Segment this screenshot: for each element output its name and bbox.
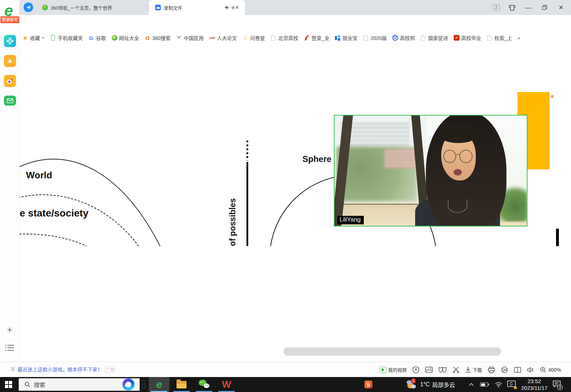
start-button[interactable] <box>0 377 17 392</box>
tab-divider <box>148 4 148 11</box>
bookmark-gaoxiaobang[interactable]: U 高校邦 <box>392 34 415 41</box>
bookmark-jiansuo[interactable]: 检索_上 <box>486 34 512 41</box>
tray-notifications[interactable]: 3 <box>553 377 561 392</box>
tiles-icon <box>335 35 341 41</box>
webcam-video-tile: LiliYang <box>334 115 527 226</box>
bookmark-jiuyebao[interactable]: 就业宝 <box>335 34 357 41</box>
tab-close-icon[interactable]: ✕ <box>235 4 239 11</box>
bookmark-wangzhi[interactable]: + 网址大全 <box>111 34 139 41</box>
phone-icon <box>50 35 56 41</box>
bookmark-2020jie[interactable]: 2020届 <box>363 34 387 41</box>
printer-icon[interactable] <box>488 367 495 373</box>
page-icon <box>420 35 426 41</box>
taskbar-app-explorer[interactable] <box>171 377 192 392</box>
theme-skin-button[interactable] <box>507 0 518 15</box>
bookmarks-bar: ★ 收藏 手机收藏夹 G 谷歌 + 网址大全 O 360搜索 中国民用 CMF … <box>22 31 568 44</box>
restore-icon <box>542 5 547 10</box>
bookmark-phone-favorites[interactable]: 手机收藏夹 <box>50 34 83 41</box>
tshirt-icon <box>509 5 516 11</box>
my-video-button[interactable]: 我的视频 <box>380 366 407 373</box>
taskbar-app-wechat[interactable] <box>194 377 214 392</box>
close-window-button[interactable]: ✕ <box>555 0 567 15</box>
mail-icon[interactable] <box>4 96 16 106</box>
speaker-icon[interactable] <box>527 367 534 373</box>
taskbar-app-wps[interactable]: W <box>216 377 237 392</box>
sidebar-app-icon[interactable] <box>4 35 16 47</box>
bookmark-beijing-gaoxiao[interactable]: 北京高校 <box>270 34 298 41</box>
sidebar-list-button[interactable] <box>5 345 14 352</box>
assistant-swirl-icon <box>122 378 134 391</box>
tray-show-hidden-icons[interactable] <box>469 377 474 392</box>
incognito-globe-icon[interactable] <box>501 366 508 373</box>
red-bird-icon <box>304 35 310 41</box>
restore-button[interactable] <box>539 0 550 15</box>
bookmark-wenjuanxing[interactable]: ☆ 问卷星 <box>242 34 265 41</box>
wings-icon <box>176 35 182 41</box>
bookmark-360-search[interactable]: O 360搜索 <box>144 34 170 41</box>
quick-nav-icon[interactable] <box>24 2 33 12</box>
bookmark-guojia-cujin[interactable]: 国家促进 <box>420 34 448 41</box>
tab-count-box[interactable]: 2 <box>491 0 501 15</box>
sidebar-favorites-icon[interactable]: ★ <box>4 55 16 67</box>
download-button[interactable]: 下载 <box>465 366 482 373</box>
bookmark-google[interactable]: G 谷歌 <box>88 34 106 41</box>
weibo-icon[interactable] <box>4 75 16 87</box>
screenshot-image-icon[interactable] <box>425 367 433 373</box>
ad-tag: 广告 <box>105 366 116 372</box>
tab-audio-playing-icon[interactable] <box>225 5 230 10</box>
bookmark-favorites[interactable]: ★ 收藏 <box>22 34 45 41</box>
of-possibles-label: of possibles <box>228 162 240 246</box>
bookmark-zhongguo-minyong[interactable]: 中国民用 <box>176 34 204 41</box>
taskbar-app-360browser[interactable]: e <box>149 377 169 392</box>
clock-time: 23:52 <box>527 378 541 385</box>
taskbar-search-placeholder: 搜索 <box>34 380 122 389</box>
360-browser-icon: e <box>156 379 162 390</box>
person-bangs <box>438 124 479 143</box>
tray-screen-sync[interactable] <box>507 377 516 392</box>
tray-wifi[interactable] <box>495 377 502 392</box>
download-icon <box>465 367 471 373</box>
solid-axis-line <box>246 162 248 246</box>
google-icon: G <box>88 35 94 41</box>
bookmarks-overflow-button[interactable]: » <box>518 35 520 41</box>
new-tab-button[interactable]: + <box>231 3 235 12</box>
person-mouth <box>454 169 462 176</box>
paper-plane-icon <box>26 5 31 10</box>
tray-weather-text[interactable]: 1°C 局部多云 <box>420 377 455 392</box>
national-emblem-icon: ★ <box>453 35 459 41</box>
360-search-icon: O <box>144 35 151 41</box>
tray-battery[interactable] <box>480 377 489 392</box>
black-edge-bar <box>556 229 559 246</box>
scissors-clip-icon[interactable] <box>453 366 459 373</box>
bookmark-gaoxiao-biye[interactable]: ★ 高校毕业 <box>453 34 481 41</box>
wifi-icon <box>495 382 502 387</box>
windows-logo-icon <box>5 381 12 388</box>
battery-icon <box>480 382 489 387</box>
sidebar-divider <box>4 340 15 340</box>
bookmark-renda[interactable]: CMF 人大论文 <box>209 34 237 41</box>
page-icon <box>363 35 369 41</box>
sidebar-add-button[interactable]: + <box>5 326 14 334</box>
video-progress-bar[interactable] <box>284 347 501 356</box>
tray-clock[interactable]: 23:52 2023/11/17 <box>519 377 549 392</box>
bookmark-denglu[interactable]: 登录_全 <box>304 34 329 41</box>
browser-status-bar: 最近迷上这款小游戏，根本停不下来！ 广告 我的视频 下载 <box>0 362 571 377</box>
tray-weather-icon[interactable]: 1 <box>407 377 417 392</box>
login-account-badge[interactable]: 登录账号 <box>0 16 19 23</box>
clock-date: 2023/11/17 <box>521 385 547 392</box>
taskbar-search-box[interactable]: 搜索 <box>19 378 140 391</box>
shield-icon[interactable] <box>413 366 419 373</box>
participant-name-tag: LiliYang <box>337 216 364 224</box>
tab-360-nav[interactable]: + 360导航_一个主页，整个世界 <box>36 0 147 15</box>
tab-label: 录制文件 <box>164 4 182 11</box>
page-icon <box>270 35 276 41</box>
masks-icon[interactable] <box>439 367 447 373</box>
zoom-level-control[interactable]: 400% <box>540 367 561 373</box>
promo-link[interactable]: 最近迷上这款小游戏，根本停不下来！ 广告 <box>11 366 116 373</box>
tray-sogou[interactable]: S <box>364 377 372 392</box>
split-screen-icon[interactable] <box>514 367 521 373</box>
browser-tab-bar: + 360导航_一个主页，整个世界 录制文件 ✕ + 2 — ✕ <box>20 0 571 15</box>
promo-text: 最近迷上这款小游戏，根本停不下来！ <box>17 366 102 373</box>
minimize-button[interactable]: — <box>522 0 534 15</box>
weather-alert-badge: 1 <box>411 378 416 383</box>
